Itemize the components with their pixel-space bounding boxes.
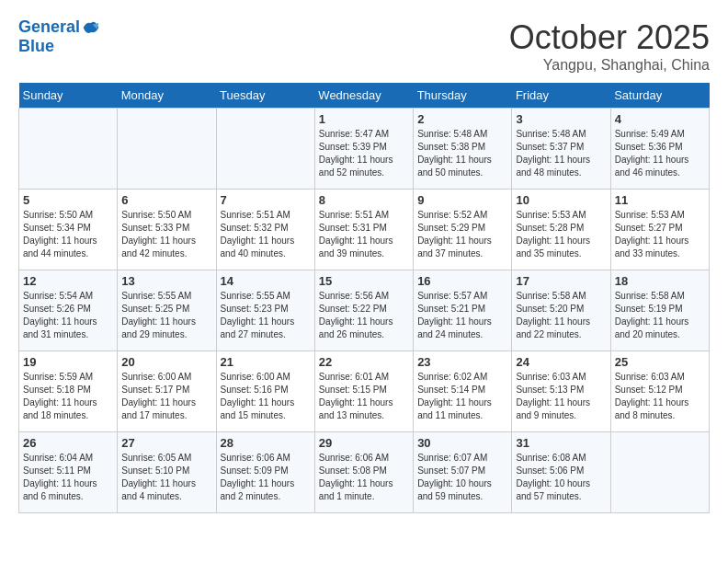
day-number: 19 (23, 355, 113, 369)
calendar-cell: 31Sunrise: 6:08 AMSunset: 5:06 PMDayligh… (512, 432, 610, 513)
day-number: 9 (417, 193, 507, 207)
day-info: Sunrise: 5:53 AMSunset: 5:27 PMDaylight:… (615, 209, 705, 260)
calendar-cell: 9Sunrise: 5:52 AMSunset: 5:29 PMDaylight… (414, 190, 512, 270)
calendar-body: 1Sunrise: 5:47 AMSunset: 5:39 PMDaylight… (19, 109, 710, 513)
day-info: Sunrise: 6:04 AMSunset: 5:11 PMDaylight:… (23, 452, 113, 503)
day-number: 2 (417, 112, 507, 126)
day-info: Sunrise: 5:52 AMSunset: 5:29 PMDaylight:… (417, 209, 507, 260)
calendar-cell: 29Sunrise: 6:06 AMSunset: 5:08 PMDayligh… (314, 432, 413, 513)
calendar-cell: 2Sunrise: 5:48 AMSunset: 5:38 PMDaylight… (414, 109, 512, 190)
col-header-thursday: Thursday (414, 83, 512, 109)
calendar-cell: 6Sunrise: 5:50 AMSunset: 5:33 PMDaylight… (118, 190, 216, 270)
day-info: Sunrise: 5:51 AMSunset: 5:32 PMDaylight:… (221, 209, 311, 260)
day-number: 8 (319, 193, 409, 207)
calendar-cell: 15Sunrise: 5:56 AMSunset: 5:22 PMDayligh… (314, 270, 413, 351)
calendar-cell: 3Sunrise: 5:48 AMSunset: 5:37 PMDaylight… (512, 109, 610, 190)
day-info: Sunrise: 6:00 AMSunset: 5:16 PMDaylight:… (221, 371, 311, 422)
day-number: 11 (615, 193, 705, 207)
calendar-cell: 27Sunrise: 6:05 AMSunset: 5:10 PMDayligh… (118, 432, 216, 513)
day-number: 20 (121, 355, 211, 369)
calendar-cell: 10Sunrise: 5:53 AMSunset: 5:28 PMDayligh… (512, 190, 610, 270)
calendar-cell: 19Sunrise: 5:59 AMSunset: 5:18 PMDayligh… (19, 351, 118, 432)
calendar-week-1: 1Sunrise: 5:47 AMSunset: 5:39 PMDaylight… (19, 109, 710, 190)
logo-icon (82, 18, 100, 37)
day-number: 17 (516, 274, 606, 288)
calendar-cell: 23Sunrise: 6:02 AMSunset: 5:14 PMDayligh… (414, 351, 512, 432)
day-info: Sunrise: 5:53 AMSunset: 5:28 PMDaylight:… (516, 209, 606, 260)
calendar-cell: 1Sunrise: 5:47 AMSunset: 5:39 PMDaylight… (314, 109, 413, 190)
day-number: 31 (516, 436, 606, 450)
day-info: Sunrise: 5:49 AMSunset: 5:36 PMDaylight:… (615, 128, 705, 179)
day-number: 7 (221, 193, 311, 207)
day-info: Sunrise: 6:00 AMSunset: 5:17 PMDaylight:… (121, 371, 211, 422)
day-info: Sunrise: 5:48 AMSunset: 5:38 PMDaylight:… (417, 128, 507, 179)
day-number: 6 (121, 193, 211, 207)
logo: General Blue (18, 18, 100, 56)
day-info: Sunrise: 6:03 AMSunset: 5:12 PMDaylight:… (615, 371, 705, 422)
day-number: 5 (23, 193, 113, 207)
day-number: 27 (121, 436, 211, 450)
calendar-cell: 16Sunrise: 5:57 AMSunset: 5:21 PMDayligh… (414, 270, 512, 351)
day-number: 21 (221, 355, 311, 369)
day-number: 12 (23, 274, 113, 288)
calendar-cell: 5Sunrise: 5:50 AMSunset: 5:34 PMDaylight… (19, 190, 118, 270)
day-info: Sunrise: 5:57 AMSunset: 5:21 PMDaylight:… (417, 290, 507, 341)
calendar-table: SundayMondayTuesdayWednesdayThursdayFrid… (18, 83, 710, 513)
day-info: Sunrise: 6:07 AMSunset: 5:07 PMDaylight:… (417, 452, 507, 503)
day-number: 22 (319, 355, 409, 369)
calendar-cell: 22Sunrise: 6:01 AMSunset: 5:15 PMDayligh… (314, 351, 413, 432)
title-block: October 2025 Yangpu, Shanghai, China (509, 18, 710, 74)
day-info: Sunrise: 5:48 AMSunset: 5:37 PMDaylight:… (516, 128, 606, 179)
page-header: General Blue October 2025 Yangpu, Shangh… (18, 18, 710, 74)
day-number: 28 (221, 436, 311, 450)
calendar-cell: 8Sunrise: 5:51 AMSunset: 5:31 PMDaylight… (314, 190, 413, 270)
day-info: Sunrise: 5:47 AMSunset: 5:39 PMDaylight:… (319, 128, 409, 179)
day-info: Sunrise: 6:03 AMSunset: 5:13 PMDaylight:… (516, 371, 606, 422)
month-title: October 2025 (509, 18, 710, 57)
calendar-week-2: 5Sunrise: 5:50 AMSunset: 5:34 PMDaylight… (19, 190, 710, 270)
calendar-cell: 30Sunrise: 6:07 AMSunset: 5:07 PMDayligh… (414, 432, 512, 513)
logo-text: General (18, 18, 80, 37)
day-number: 10 (516, 193, 606, 207)
day-info: Sunrise: 5:51 AMSunset: 5:31 PMDaylight:… (319, 209, 409, 260)
day-info: Sunrise: 6:08 AMSunset: 5:06 PMDaylight:… (516, 452, 606, 503)
day-info: Sunrise: 5:55 AMSunset: 5:25 PMDaylight:… (121, 290, 211, 341)
col-header-friday: Friday (512, 83, 610, 109)
day-info: Sunrise: 6:01 AMSunset: 5:15 PMDaylight:… (319, 371, 409, 422)
calendar-cell: 25Sunrise: 6:03 AMSunset: 5:12 PMDayligh… (610, 351, 709, 432)
calendar-cell: 20Sunrise: 6:00 AMSunset: 5:17 PMDayligh… (118, 351, 216, 432)
day-info: Sunrise: 6:06 AMSunset: 5:08 PMDaylight:… (319, 452, 409, 503)
day-number: 1 (319, 112, 409, 126)
calendar-cell: 28Sunrise: 6:06 AMSunset: 5:09 PMDayligh… (216, 432, 314, 513)
calendar-cell: 13Sunrise: 5:55 AMSunset: 5:25 PMDayligh… (118, 270, 216, 351)
day-number: 4 (615, 112, 705, 126)
day-number: 14 (221, 274, 311, 288)
calendar-cell: 14Sunrise: 5:55 AMSunset: 5:23 PMDayligh… (216, 270, 314, 351)
calendar-week-5: 26Sunrise: 6:04 AMSunset: 5:11 PMDayligh… (19, 432, 710, 513)
day-number: 18 (615, 274, 705, 288)
calendar-cell: 7Sunrise: 5:51 AMSunset: 5:32 PMDaylight… (216, 190, 314, 270)
day-number: 29 (319, 436, 409, 450)
calendar-header-row: SundayMondayTuesdayWednesdayThursdayFrid… (19, 83, 710, 109)
col-header-saturday: Saturday (610, 83, 709, 109)
col-header-monday: Monday (118, 83, 216, 109)
calendar-cell: 11Sunrise: 5:53 AMSunset: 5:27 PMDayligh… (610, 190, 709, 270)
calendar-cell (610, 432, 709, 513)
day-info: Sunrise: 5:50 AMSunset: 5:34 PMDaylight:… (23, 209, 113, 260)
calendar-cell: 26Sunrise: 6:04 AMSunset: 5:11 PMDayligh… (19, 432, 118, 513)
calendar-cell (118, 109, 216, 190)
calendar-cell: 12Sunrise: 5:54 AMSunset: 5:26 PMDayligh… (19, 270, 118, 351)
day-number: 24 (516, 355, 606, 369)
day-info: Sunrise: 6:05 AMSunset: 5:10 PMDaylight:… (121, 452, 211, 503)
day-info: Sunrise: 5:59 AMSunset: 5:18 PMDaylight:… (23, 371, 113, 422)
day-info: Sunrise: 5:58 AMSunset: 5:20 PMDaylight:… (516, 290, 606, 341)
calendar-cell (216, 109, 314, 190)
day-number: 25 (615, 355, 705, 369)
day-number: 3 (516, 112, 606, 126)
day-number: 23 (417, 355, 507, 369)
logo-blue: Blue (18, 37, 54, 56)
calendar-cell (19, 109, 118, 190)
calendar-week-4: 19Sunrise: 5:59 AMSunset: 5:18 PMDayligh… (19, 351, 710, 432)
calendar-week-3: 12Sunrise: 5:54 AMSunset: 5:26 PMDayligh… (19, 270, 710, 351)
day-info: Sunrise: 6:06 AMSunset: 5:09 PMDaylight:… (221, 452, 311, 503)
